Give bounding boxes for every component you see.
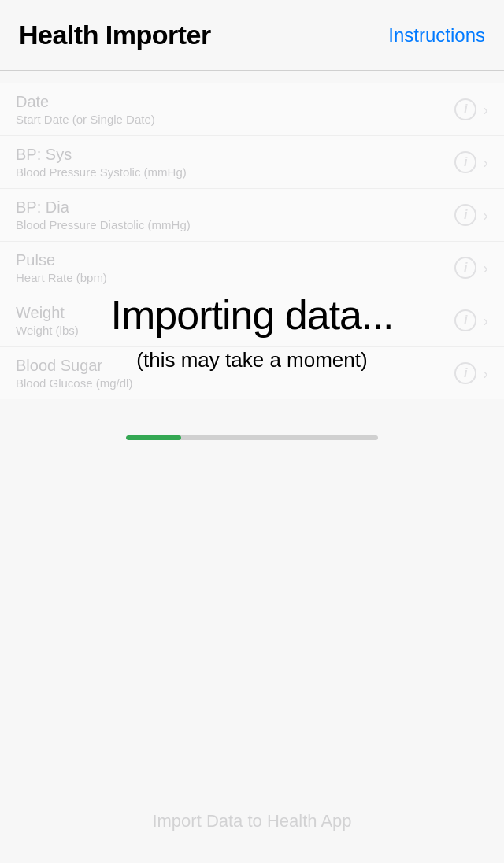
list-row[interactable]: Pulse Heart Rate (bpm) i ›: [0, 242, 504, 294]
row-title: Date: [16, 93, 454, 111]
data-fields-list: Date Start Date (or Single Date) i › BP:…: [0, 83, 504, 399]
info-icon[interactable]: i: [454, 257, 476, 279]
info-icon[interactable]: i: [454, 151, 476, 173]
progress-bar-container: [126, 435, 378, 440]
chevron-right-icon: ›: [483, 365, 488, 383]
bottom-area: Import Data to Health App: [0, 811, 504, 832]
row-subtitle: Blood Pressure Diastolic (mmHg): [16, 218, 454, 231]
row-subtitle: Weight (lbs): [16, 324, 454, 337]
row-subtitle: Blood Glucose (mg/dl): [16, 376, 454, 390]
list-row[interactable]: Weight Weight (lbs) i ›: [0, 294, 504, 347]
row-subtitle: Start Date (or Single Date): [16, 113, 454, 126]
row-subtitle: Heart Rate (bpm): [16, 271, 454, 284]
chevron-right-icon: ›: [483, 206, 488, 224]
list-row[interactable]: Blood Sugar Blood Glucose (mg/dl) i ›: [0, 347, 504, 399]
list-row[interactable]: BP: Dia Blood Pressure Diastolic (mmHg) …: [0, 189, 504, 242]
import-button[interactable]: Import Data to Health App: [152, 811, 351, 832]
progress-bar-fill: [126, 435, 181, 440]
row-title: BP: Sys: [16, 146, 454, 164]
list-row[interactable]: Date Start Date (or Single Date) i ›: [0, 83, 504, 136]
row-title: Blood Sugar: [16, 357, 454, 375]
list-row[interactable]: BP: Sys Blood Pressure Systolic (mmHg) i…: [0, 136, 504, 189]
row-title: Weight: [16, 304, 454, 322]
info-icon[interactable]: i: [454, 98, 476, 120]
row-subtitle: Blood Pressure Systolic (mmHg): [16, 165, 454, 179]
chevron-right-icon: ›: [483, 312, 488, 330]
instructions-button[interactable]: Instructions: [388, 24, 485, 46]
row-title: Pulse: [16, 251, 454, 269]
info-icon[interactable]: i: [454, 309, 476, 331]
info-icon[interactable]: i: [454, 362, 476, 384]
info-icon[interactable]: i: [454, 204, 476, 226]
app-title: Health Importer: [19, 20, 211, 50]
header: Health Importer Instructions: [0, 0, 504, 71]
chevron-right-icon: ›: [483, 101, 488, 119]
chevron-right-icon: ›: [483, 154, 488, 172]
row-title: BP: Dia: [16, 198, 454, 217]
chevron-right-icon: ›: [483, 259, 488, 277]
